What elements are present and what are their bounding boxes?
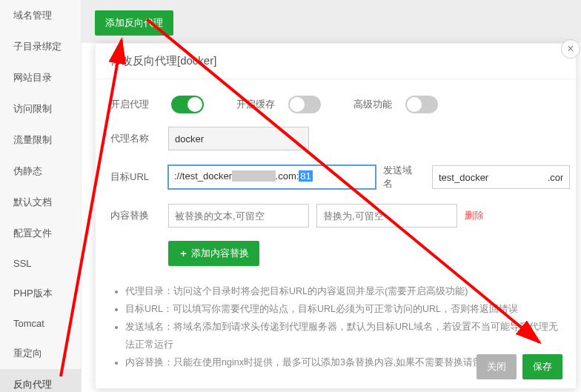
close-icon[interactable]: × <box>561 39 580 59</box>
delete-replace-link[interactable]: 删除 <box>465 209 484 222</box>
plus-icon: ＋ <box>179 247 188 260</box>
content-replace-label: 内容替换 <box>110 209 168 222</box>
topbar: 添加反向代理 <box>82 0 581 43</box>
sidebar-item-2[interactable]: 网站目录 <box>0 62 81 93</box>
save-button[interactable]: 保存 <box>522 354 562 379</box>
enable-cache-label: 开启缓存 <box>236 98 275 111</box>
advanced-label: 高级功能 <box>353 98 392 111</box>
sidebar-item-12[interactable]: 反向代理 <box>0 369 81 392</box>
add-content-replace-button[interactable]: ＋ 添加内容替换 <box>168 241 259 266</box>
target-url-input[interactable] <box>168 165 376 189</box>
send-domain-label: 发送域名 <box>383 164 414 190</box>
close-button[interactable]: 关闭 <box>477 354 517 379</box>
proxy-name-input[interactable] <box>168 127 309 150</box>
sidebar-item-5[interactable]: 伪静态 <box>0 156 81 187</box>
replace-to-input[interactable] <box>316 204 457 227</box>
send-domain-input[interactable] <box>432 165 570 189</box>
sidebar-item-6[interactable]: 默认文档 <box>0 187 81 218</box>
help-item: 发送域名：将域名添加到请求头传递到代理服务器，默认为目标URL域名，若设置不当可… <box>125 318 561 353</box>
modal-edit-reverse-proxy: × 修改反向代理[docker] 开启代理 开启缓存 高级功能 代理名称 目标U… <box>95 43 577 389</box>
sidebar-item-7[interactable]: 配置文件 <box>0 218 81 249</box>
sidebar-item-0[interactable]: 域名管理 <box>0 0 81 31</box>
modal-title: 修改反向代理[docker] <box>96 44 576 79</box>
sidebar-item-11[interactable]: 重定向 <box>0 338 81 369</box>
target-url-label: 目标URL <box>110 170 168 184</box>
sidebar-item-3[interactable]: 访问限制 <box>0 93 81 124</box>
enable-cache-toggle[interactable] <box>288 96 321 113</box>
sidebar: 域名管理子目录绑定网站目录访问限制流量限制伪静态默认文档配置文件SSLPHP版本… <box>0 0 82 392</box>
add-reverse-proxy-button[interactable]: 添加反向代理 <box>95 10 173 36</box>
sidebar-item-4[interactable]: 流量限制 <box>0 124 81 156</box>
help-item: 代理目录：访问这个目录时将会把目标URL的内容返回并显示(需要开启高级功能) <box>125 282 561 300</box>
sidebar-item-1[interactable]: 子目录绑定 <box>0 31 81 62</box>
enable-proxy-label: 开启代理 <box>110 98 168 111</box>
advanced-toggle[interactable] <box>405 96 438 113</box>
sidebar-item-9[interactable]: PHP版本 <box>0 278 81 309</box>
add-content-replace-label: 添加内容替换 <box>191 247 249 260</box>
proxy-name-label: 代理名称 <box>110 132 168 145</box>
enable-proxy-toggle[interactable] <box>171 96 204 113</box>
help-item: 目标URL：可以填写你需要代理的站点，目标URL必须为可正常访问的URL，否则将… <box>125 300 561 318</box>
sidebar-item-8[interactable]: SSL <box>0 249 81 278</box>
replace-from-input[interactable] <box>168 204 309 227</box>
sidebar-item-10[interactable]: Tomcat <box>0 309 81 338</box>
